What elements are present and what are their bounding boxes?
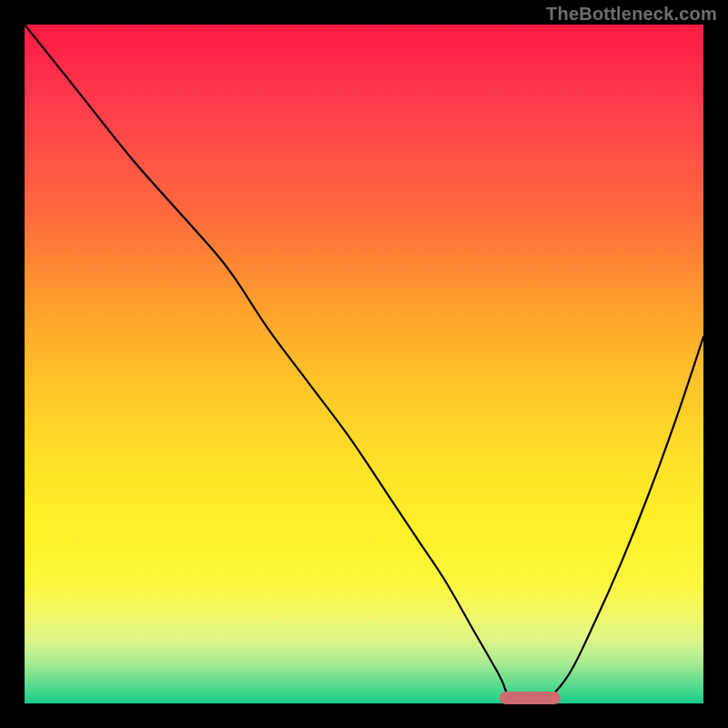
bottleneck-chart: TheBottleneck.com [0, 0, 728, 728]
watermark-text: TheBottleneck.com [546, 4, 717, 25]
optimal-range-marker [500, 692, 561, 704]
plot-gradient-background [25, 25, 703, 703]
